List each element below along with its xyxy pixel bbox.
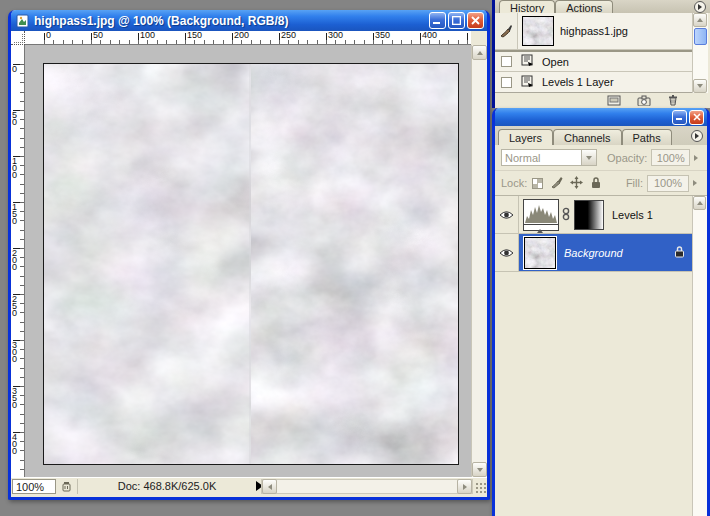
opacity-arrow-icon[interactable] <box>690 155 701 161</box>
delete-state-button[interactable] <box>667 92 679 110</box>
vruler-label: 400 <box>12 434 21 455</box>
lock-paint-icon[interactable] <box>550 176 563 191</box>
layers-list: Levels 1 Background <box>495 195 707 516</box>
lock-fill-row: Lock: Fill: 100% <box>495 170 707 195</box>
layers-panel: Layers Channels Paths Normal Opacity: 10… <box>495 126 707 516</box>
scroll-down-button[interactable] <box>693 79 707 93</box>
photoshop-workspace: highpass1.jpg @ 100% (Background, RGB/8)… <box>0 0 710 516</box>
hruler-label: 50 <box>93 31 103 40</box>
close-button[interactable] <box>467 12 484 29</box>
scroll-left-button[interactable] <box>262 479 277 494</box>
zoom-level-field[interactable]: 100% <box>12 479 56 494</box>
hruler-label: 200 <box>234 31 249 40</box>
minimize-button[interactable] <box>672 110 687 125</box>
lock-label: Lock: <box>501 177 527 189</box>
layers-scrollbar[interactable] <box>692 196 707 516</box>
visibility-eye-icon[interactable] <box>495 196 519 233</box>
close-button[interactable] <box>689 110 704 125</box>
lock-all-icon[interactable] <box>590 176 602 191</box>
chevron-down-icon[interactable] <box>582 149 597 166</box>
fill-label: Fill: <box>626 177 643 189</box>
hruler-label: 150 <box>187 31 202 40</box>
minimize-button[interactable] <box>429 12 446 29</box>
vruler-label: 350 <box>12 388 21 409</box>
document-title: highpass1.jpg @ 100% (Background, RGB/8) <box>34 14 429 28</box>
blend-mode-row: Normal Opacity: 100% <box>495 145 707 170</box>
vruler-label: 100 <box>12 158 21 179</box>
canvas-area[interactable] <box>25 45 471 477</box>
history-source-checkbox[interactable] <box>501 77 512 88</box>
fill-arrow-icon[interactable] <box>689 180 701 186</box>
ruler-origin-box[interactable] <box>11 31 25 45</box>
lock-transparency-icon[interactable] <box>532 178 543 189</box>
layer-name[interactable]: Levels 1 <box>612 209 653 221</box>
layer-row-levels[interactable]: Levels 1 <box>495 196 707 234</box>
blend-mode-select[interactable]: Normal <box>501 149 582 166</box>
history-scrollbar[interactable] <box>692 13 708 93</box>
vruler-label: 200 <box>12 250 21 271</box>
vruler-label: 50 <box>12 112 21 126</box>
tab-paths[interactable]: Paths <box>622 129 672 145</box>
new-document-from-state-button[interactable] <box>607 92 621 110</box>
vruler-label: 150 <box>12 204 21 225</box>
visibility-eye-icon[interactable] <box>495 234 519 271</box>
scroll-right-button[interactable] <box>457 479 472 494</box>
history-snapshot-row[interactable]: highpass1.jpg <box>495 13 694 50</box>
horizontal-scrollbar[interactable] <box>261 479 473 494</box>
history-source-checkbox[interactable] <box>501 56 512 67</box>
layers-panel-menu-icon[interactable] <box>691 130 703 142</box>
tab-channels[interactable]: Channels <box>553 129 621 145</box>
document-titlebar[interactable]: highpass1.jpg @ 100% (Background, RGB/8) <box>11 10 487 31</box>
new-snapshot-button[interactable] <box>637 92 651 110</box>
history-state-label: Levels 1 Layer <box>542 76 614 88</box>
status-workgroup-icon[interactable] <box>56 479 78 494</box>
layer-lock-icon <box>674 245 685 260</box>
status-bar: 100% Doc: 468.8K/625.0K <box>11 477 487 494</box>
history-states-list: highpass1.jpg Open Levels 1 Layer <box>495 13 694 93</box>
layer-name[interactable]: Background <box>564 247 623 259</box>
snapshot-label: highpass1.jpg <box>560 25 628 37</box>
maximize-button[interactable] <box>448 12 465 29</box>
history-panel-menu-icon[interactable] <box>694 1 706 13</box>
scroll-up-button[interactable] <box>693 196 706 210</box>
rock-photo <box>44 64 458 464</box>
opacity-value[interactable]: 100% <box>651 149 690 166</box>
lock-position-icon[interactable] <box>570 176 583 191</box>
document-image[interactable] <box>43 63 459 465</box>
vertical-ruler[interactable]: 0 50 100 150 200 250 300 350 400 <box>11 45 25 477</box>
layer-row-background[interactable]: Background <box>495 234 707 272</box>
background-layer-thumbnail[interactable] <box>524 237 556 269</box>
history-brush-icon[interactable] <box>495 13 518 49</box>
history-state-row[interactable]: Levels 1 Layer <box>495 72 694 92</box>
tab-layers[interactable]: Layers <box>498 129 553 145</box>
history-step-icon <box>520 75 535 90</box>
hruler-label: 300 <box>328 31 343 40</box>
levels-adjustment-thumbnail[interactable] <box>523 199 559 231</box>
tab-history[interactable]: History <box>499 0 555 13</box>
doc-size-info: Doc: 468.8K/625.0K <box>78 480 256 492</box>
document-window: highpass1.jpg @ 100% (Background, RGB/8)… <box>8 10 490 500</box>
scroll-up-button[interactable] <box>693 13 707 27</box>
scroll-up-button[interactable] <box>472 45 487 60</box>
vruler-label: 300 <box>12 342 21 363</box>
window-resize-grip[interactable] <box>474 481 486 493</box>
document-icon <box>16 14 30 28</box>
horizontal-ruler[interactable]: 0 50 100 150 200 250 300 350 400 <box>25 31 471 45</box>
history-state-label: Open <box>542 56 569 68</box>
history-state-row[interactable]: Open <box>495 52 694 72</box>
vertical-scrollbar[interactable] <box>471 45 487 477</box>
scrollbar-thumb[interactable] <box>694 28 707 45</box>
history-panel-tabs: History Actions <box>495 0 710 13</box>
scroll-down-button[interactable] <box>472 462 487 477</box>
hruler-label: 100 <box>140 31 155 40</box>
vruler-label: 0 <box>12 66 21 73</box>
fill-value[interactable]: 100% <box>647 175 689 192</box>
tab-actions[interactable]: Actions <box>555 0 613 13</box>
hruler-label: 400 <box>422 31 437 40</box>
layer-mask-thumbnail[interactable] <box>574 200 604 230</box>
vruler-label: 250 <box>12 296 21 317</box>
mask-link-icon[interactable] <box>562 207 570 223</box>
hruler-label: 0 <box>46 31 51 40</box>
layers-titlebar[interactable] <box>495 108 707 126</box>
layers-palette-window: Layers Channels Paths Normal Opacity: 10… <box>492 108 710 516</box>
